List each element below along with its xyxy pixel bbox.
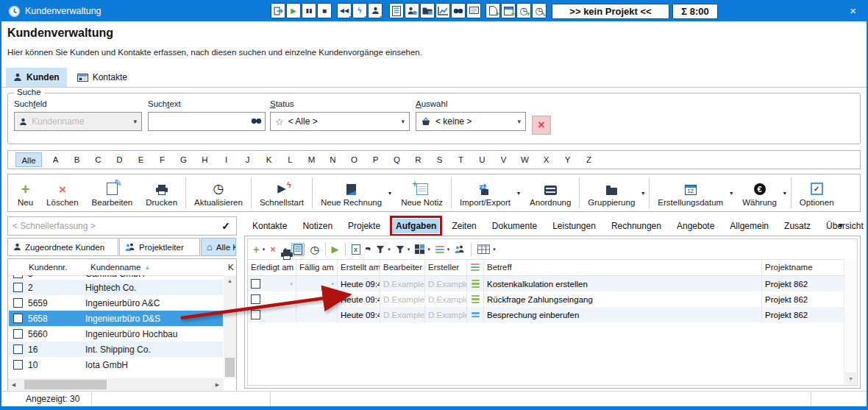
alphabet-item[interactable]: A [45,155,66,164]
group-tasks-button[interactable] [415,244,424,254]
alphabet-item[interactable]: Q [386,155,408,164]
creation-date-button[interactable]: 12Erstellungsdatum [651,174,730,211]
stop-recording-button[interactable]: ■ [317,3,332,18]
chevron-down-icon[interactable]: ▾ [493,247,496,252]
chevron-down-icon[interactable]: ▾ [408,247,410,252]
auswahl-select[interactable]: < keine > ▾ [416,112,526,131]
task-checkbox[interactable] [251,310,260,319]
task-row[interactable]: Heute 09:47 D.Example D.Example Besprech… [248,307,844,322]
customer-list-hscrollbar[interactable]: ◀ ▶ [8,378,224,391]
row-checkbox[interactable] [13,283,23,292]
rewind-button[interactable]: ◀◀▾ [337,3,352,18]
chevron-down-icon[interactable]: ▾ [427,247,430,252]
chevron-down-icon[interactable]: ▾ [263,247,266,252]
new-appointment-button[interactable]: + [501,3,516,18]
add-task-button[interactable]: + [253,244,260,255]
alphabet-item[interactable]: S [429,155,450,164]
alphabet-item[interactable]: L [280,155,301,164]
task-checkbox[interactable] [251,294,260,304]
export-excel-button[interactable]: x [352,244,360,255]
column-erstellt[interactable]: Erstellt am [338,259,380,275]
column-bearbeiter[interactable]: Bearbeiter [380,259,425,275]
alphabet-item[interactable]: Alle [15,152,42,167]
alphabet-item[interactable]: N [322,155,344,164]
confirm-check-icon[interactable]: ✓ [216,220,236,232]
quickstart-button[interactable]: ▶ϟSchnellstart [253,174,310,211]
quick-entry-input[interactable] [8,221,216,231]
chevron-down-icon[interactable]: ▾ [290,281,293,287]
alphabet-item[interactable]: T [450,155,472,164]
new-invoice-button[interactable]: Neue Rechnung [314,174,388,211]
import-export-button[interactable]: ⇄Import/Export [453,174,517,211]
priority-filter-button[interactable] [435,246,444,253]
row-checkbox[interactable] [13,314,23,323]
new-note-button[interactable]: +Neue Notiz [394,174,449,211]
tab-notizen[interactable]: Notizen [299,219,335,233]
customer-row-selected[interactable]: 5658Ingenieurbüro D&S [9,311,223,326]
chevron-down-icon[interactable]: ▾ [447,247,450,252]
tab-angebote[interactable]: Angebote [674,219,717,233]
customer-row[interactable]: 10Iota GmbH [9,357,223,372]
journal-button[interactable] [389,3,404,18]
scroll-left-icon[interactable]: ◀ [8,382,19,388]
close-icon[interactable]: × [850,4,856,17]
alphabet-item[interactable]: D [109,155,130,164]
delete-button[interactable]: ×Löschen [40,174,85,211]
refresh-tasks-button[interactable]: ◷ [310,244,319,255]
edit-button[interactable]: ✎Bearbeiten [85,174,140,211]
new-button[interactable]: +Neu [11,174,40,211]
chevron-down-icon[interactable]: ▾ [730,190,736,197]
new-document-button[interactable]: + [485,3,500,18]
tab-allgemein[interactable]: Allgemein [727,219,772,233]
quick-booking-button[interactable]: ϟ▾ [352,3,367,18]
options-button[interactable]: ✓Optionen [793,174,841,211]
scroll-down-icon[interactable]: ▼ [845,372,856,384]
more-tabs-button[interactable]: ▼ [837,222,844,230]
delete-task-button[interactable]: × [270,244,276,254]
column-betreff[interactable]: Betreff [484,259,762,275]
tasks-vscrollbar[interactable]: ▼ [844,259,857,385]
search-binoculars-button[interactable] [451,3,466,18]
customer-row[interactable]: 16Int. Shipping Co. [9,342,223,357]
alphabet-item[interactable]: W [514,155,536,164]
alphabet-item[interactable]: Y [557,155,578,164]
status-select[interactable]: ☆ < Alle > ▾ [270,112,410,131]
tab-zeiten[interactable]: Zeiten [449,219,479,233]
column-faellig[interactable]: Fällig am [296,259,338,275]
column-kundenname[interactable]: Kundenname▲ [90,263,150,272]
column-kundennr[interactable]: Kundennr. [29,263,90,272]
column-ersteller[interactable]: Ersteller [425,259,467,275]
alphabet-item[interactable]: I [216,155,237,164]
all-customers-button[interactable]: ⌂ Alle Ku [201,238,236,256]
alphabet-item[interactable]: M [301,155,322,164]
chevron-down-icon[interactable]: ▾ [641,190,647,197]
alphabet-item[interactable]: B [66,155,88,164]
chevron-down-icon[interactable]: ▾ [331,281,334,287]
chevron-down-icon[interactable]: ▾ [783,190,789,197]
row-checkbox[interactable] [13,275,23,278]
table-settings-button[interactable] [477,244,490,254]
clear-search-button[interactable]: × [532,116,551,135]
row-checkbox[interactable] [13,344,23,354]
edit-time-entry-button[interactable]: ◷ ✎ [532,3,547,18]
search-input[interactable] [148,112,266,131]
customer-row[interactable]: 5660Ingenieurbüro Hochbau [9,326,223,342]
refresh-button[interactable]: ◷Aktualisieren [188,174,249,211]
scroll-up-icon[interactable]: ▲ [224,275,236,286]
column-erledigt[interactable]: Erledigt am▲ [248,259,296,275]
vscroll-thumb[interactable] [225,358,235,377]
task-checkbox[interactable] [251,279,260,289]
task-row[interactable]: Heute 09:48 D.Example D.Example Rückfrag… [248,291,844,307]
chevron-down-icon[interactable]: ▾ [388,190,394,197]
alphabet-item[interactable]: U [472,155,493,164]
column-projektname[interactable]: Projektname [762,259,844,275]
project-leader-button[interactable]: Projektleiter [119,238,200,256]
grouping-button[interactable]: Gruppierung [581,174,641,211]
alphabet-item[interactable]: R [408,155,429,164]
team-clock-button[interactable] [405,3,419,18]
customer-row[interactable]: 5659Ingenieurbüro A&C [9,295,223,311]
logout-button[interactable] [271,3,285,18]
task-row[interactable]: ▾ ▾ Heute 09:46 D.Example▾ D.Example Kos… [248,276,844,291]
customer-row[interactable]: 5Gamma GmbH [9,275,223,280]
new-time-entry-button[interactable]: ◷ + [516,3,531,18]
